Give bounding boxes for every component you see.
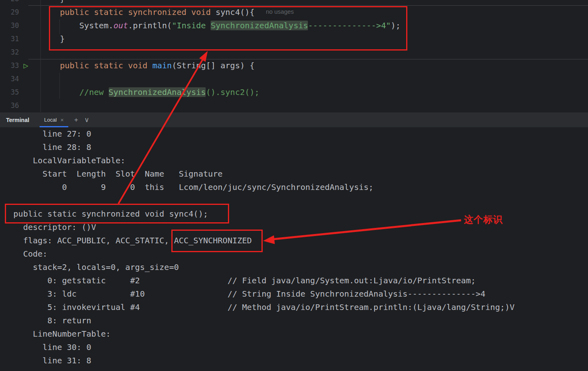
terminal-line: 3: ldc #10 // String Inside Synchronized… xyxy=(4,287,588,301)
terminal-line: Code: xyxy=(4,247,588,261)
terminal-toolbar: Terminal Local × + ∨ xyxy=(0,112,588,127)
highlighted-occurrence: SynchronizedAnalysis xyxy=(109,87,206,97)
terminal-line: 0 9 0 this Lcom/leon/juc/sync/Synchroniz… xyxy=(4,181,588,194)
terminal-line: LocalVariableTable: xyxy=(4,154,588,167)
terminal-line: 0: getstatic #2 // Field java/lang/Syste… xyxy=(4,274,588,287)
code-line-32[interactable] xyxy=(40,46,588,59)
line-number: 31 xyxy=(0,32,40,46)
code-token xyxy=(40,7,60,17)
terminal-line: line 30: 0 xyxy=(4,341,588,354)
line-number: 28 xyxy=(0,0,40,6)
code-line-28[interactable]: } xyxy=(40,0,588,6)
code-token: "Inside xyxy=(172,21,211,30)
terminal-line: line 27: 0 xyxy=(4,127,588,141)
annotation-label: 这个标识 xyxy=(464,213,503,226)
terminal-line: line 28: 8 xyxy=(4,141,588,154)
code-token: public static synchronized void xyxy=(60,7,215,17)
code-token xyxy=(40,87,79,97)
line-number: 34 xyxy=(0,72,40,86)
code-token: .println( xyxy=(128,21,172,30)
terminal-line: 8: return xyxy=(4,314,588,327)
code-area: } public static synchronized void sync4(… xyxy=(40,0,588,112)
terminal-line: flags: ACC_PUBLIC, ACC_STATIC, ACC_SYNCH… xyxy=(4,234,588,247)
terminal-line: line 31: 8 xyxy=(4,354,588,367)
terminal-panel-title: Terminal xyxy=(6,117,29,123)
chevron-down-icon[interactable]: ∨ xyxy=(84,116,89,123)
tab-local[interactable]: Local × xyxy=(40,112,68,127)
terminal-line: 5: invokevirtual #4 // Method java/io/Pr… xyxy=(4,301,588,314)
run-gutter-icon[interactable]: ▷ xyxy=(21,59,31,72)
line-number: 32 xyxy=(0,46,40,59)
ide-window: 28 29 30 31 32 33 34 35 36 ▷ } public st… xyxy=(0,0,588,371)
line-number: 29 xyxy=(0,6,40,19)
terminal-output[interactable]: line 27: 0 line 28: 8 LocalVariableTable… xyxy=(0,127,588,371)
line-number: 36 xyxy=(0,99,40,112)
code-line-31[interactable]: } xyxy=(40,32,588,46)
terminal-line xyxy=(4,194,588,207)
code-line-29[interactable]: public static synchronized void sync4(){… xyxy=(40,6,588,19)
code-line-34[interactable] xyxy=(40,72,588,86)
code-token: public static void xyxy=(60,61,152,70)
highlighted-occurrence: SynchronizedAnalysis xyxy=(211,21,308,30)
code-line-35[interactable]: //new SynchronizedAnalysis().sync2(); xyxy=(40,86,588,99)
tab-local-label: Local xyxy=(44,117,57,123)
code-line-33[interactable]: public static void main(String[] args) { xyxy=(40,59,588,72)
editor-gutter: 28 29 30 31 32 33 34 35 36 xyxy=(0,0,40,112)
line-number: 30 xyxy=(0,19,40,32)
close-tab-icon[interactable]: × xyxy=(60,117,63,123)
code-token: } xyxy=(40,0,65,4)
terminal-line: Start Length Slot Name Signature xyxy=(4,167,588,181)
new-terminal-tab-icon[interactable]: + xyxy=(74,116,78,123)
code-token: System. xyxy=(40,21,114,30)
line-number: 33 xyxy=(0,59,40,72)
code-line-30[interactable]: System.out.println("Inside SynchronizedA… xyxy=(40,19,588,32)
code-token: -------------->4" xyxy=(308,21,391,30)
terminal-line: LineNumberTable: xyxy=(4,327,588,341)
code-token: ().sync2(); xyxy=(206,87,259,97)
code-line-36[interactable] xyxy=(40,99,588,112)
code-token: main xyxy=(152,61,172,70)
code-token: out xyxy=(114,21,128,30)
code-token: (){ xyxy=(240,7,259,17)
code-token: //new xyxy=(79,87,108,97)
line-number: 35 xyxy=(0,86,40,99)
code-token xyxy=(40,61,60,70)
terminal-line: stack=2, locals=0, args_size=0 xyxy=(4,261,588,274)
code-token: (String[] args) { xyxy=(172,61,255,70)
code-token: } xyxy=(40,34,65,44)
usages-inlay-hint[interactable]: no usages xyxy=(266,5,294,18)
code-token: sync4 xyxy=(215,7,240,17)
code-token: ); xyxy=(391,21,400,30)
code-editor[interactable]: 28 29 30 31 32 33 34 35 36 ▷ } public st… xyxy=(0,0,588,112)
